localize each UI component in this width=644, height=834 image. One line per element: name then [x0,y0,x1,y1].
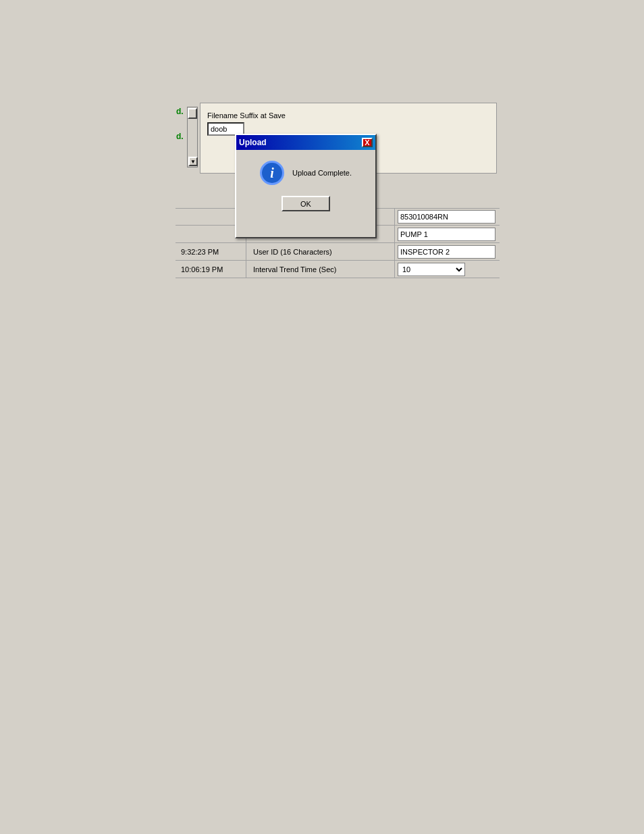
time-cell-3: 9:32:23 PM [176,243,246,260]
scrollbar[interactable]: ▼ [187,107,198,167]
dialog-titlebar: Upload X [236,135,375,150]
sidebar-item-d2: d. [176,132,184,141]
value-cell-4: 10 30 60 120 [395,261,500,278]
value-input-1[interactable] [398,210,495,224]
value-input-2[interactable] [398,228,495,241]
scrollbar-down-arrow[interactable]: ▼ [188,157,198,166]
dialog-close-button[interactable]: X [362,138,373,147]
dialog-body: i Upload Complete. OK [236,150,375,218]
dialog-ok-button[interactable]: OK [281,196,330,211]
value-cell-2 [395,226,500,242]
value-cell-3 [395,243,500,260]
table-row: 10:06:19 PM Interval Trend Time (Sec) 10… [176,261,500,278]
label-cell-interval: Interval Trend Time (Sec) [246,261,395,278]
info-icon: i [260,161,284,185]
dialog-message: Upload Complete. [292,169,352,177]
table-row: 9:32:23 PM User ID (16 Characters) [176,243,500,261]
time-cell-4: 10:06:19 PM [176,261,246,278]
interval-select[interactable]: 10 30 60 120 [398,263,465,276]
value-input-inspector[interactable] [398,245,495,259]
dialog-info-row: i Upload Complete. [260,161,352,185]
label-cell-userid: User ID (16 Characters) [246,243,395,260]
dialog-title: Upload [239,138,267,147]
scrollbar-thumb[interactable] [188,108,197,119]
sidebar-item-d1: d. [176,107,184,116]
filename-suffix-label: Filename Suffix at Save [207,111,286,120]
value-cell-1 [395,209,500,225]
upload-dialog: Upload X i Upload Complete. OK [235,134,377,238]
